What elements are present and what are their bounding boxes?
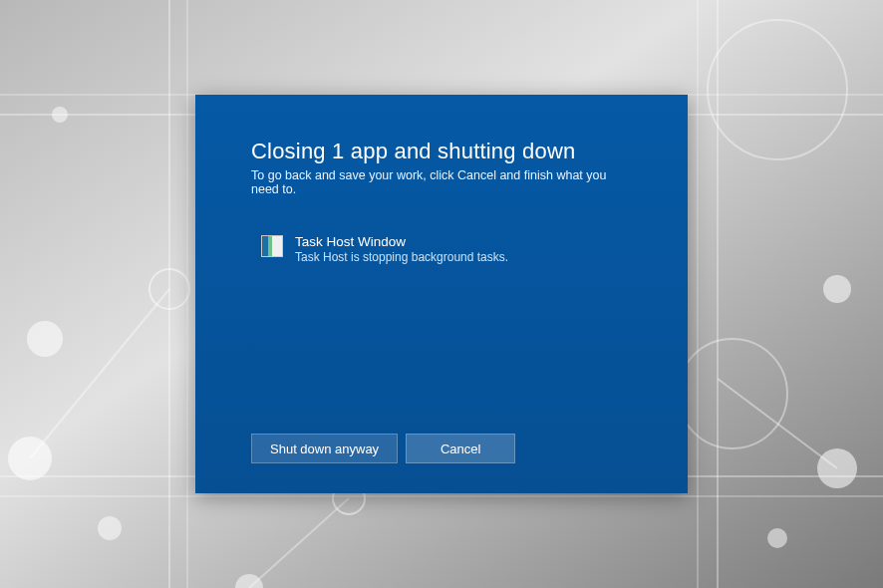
svg-point-18: [823, 275, 851, 303]
dialog-subtitle: To go back and save your work, click Can…: [251, 168, 632, 196]
svg-point-17: [27, 321, 63, 357]
dialog-buttons: Shut down anyway Cancel: [251, 434, 632, 463]
apps-list: Task Host Window Task Host is stopping b…: [251, 234, 632, 264]
svg-point-16: [8, 437, 52, 480]
app-item: Task Host Window Task Host is stopping b…: [261, 234, 632, 264]
shut-down-anyway-button[interactable]: Shut down anyway: [251, 434, 398, 463]
svg-point-19: [817, 448, 857, 488]
task-host-icon: [261, 235, 283, 257]
svg-point-22: [52, 107, 68, 123]
app-text: Task Host Window Task Host is stopping b…: [295, 234, 508, 264]
svg-point-20: [98, 516, 122, 540]
shutdown-dialog: Closing 1 app and shutting down To go ba…: [195, 95, 688, 493]
dialog-title: Closing 1 app and shutting down: [251, 139, 632, 164]
app-description: Task Host is stopping background tasks.: [295, 250, 508, 264]
cancel-button[interactable]: Cancel: [406, 434, 515, 463]
app-title: Task Host Window: [295, 234, 508, 249]
svg-point-21: [767, 528, 787, 548]
